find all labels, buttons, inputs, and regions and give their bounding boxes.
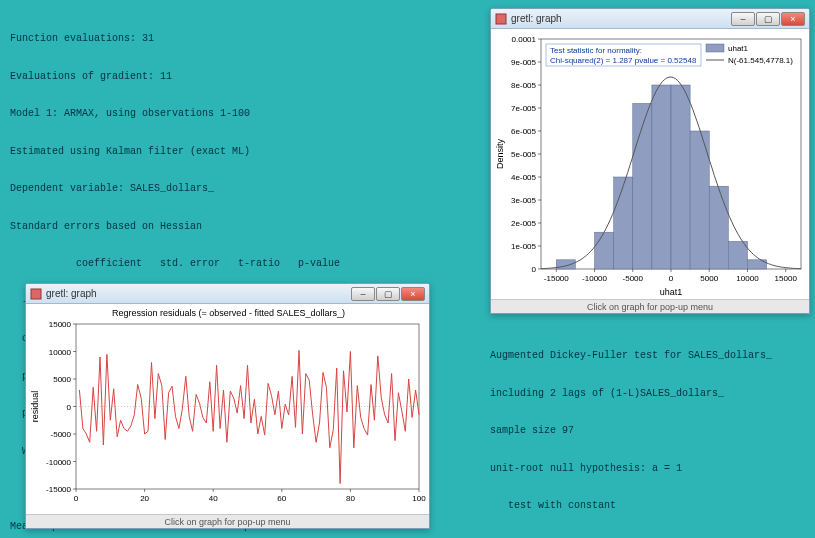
svg-text:3e-005: 3e-005	[511, 196, 536, 205]
svg-text:uhat1: uhat1	[660, 287, 683, 297]
svg-text:2e-005: 2e-005	[511, 219, 536, 228]
line: Function evaluations: 31	[10, 33, 480, 46]
svg-rect-79	[728, 241, 747, 269]
svg-text:-15000: -15000	[544, 274, 569, 283]
svg-text:0.0001: 0.0001	[512, 35, 537, 44]
svg-text:0: 0	[532, 265, 537, 274]
residuals-chart[interactable]: Regression residuals (= observed - fitte…	[26, 304, 429, 514]
svg-text:residual: residual	[30, 391, 40, 423]
window-title: gretl: graph	[46, 288, 350, 299]
adf-output: Augmented Dickey-Fuller test for SALES_d…	[490, 325, 810, 538]
titlebar[interactable]: gretl: graph – ▢ ×	[491, 9, 809, 29]
line: Standard errors based on Hessian	[10, 221, 480, 234]
line: Evaluations of gradient: 11	[10, 71, 480, 84]
svg-text:5e-005: 5e-005	[511, 150, 536, 159]
svg-rect-31	[496, 14, 506, 24]
svg-text:-5000: -5000	[51, 430, 72, 439]
svg-text:0: 0	[74, 494, 79, 503]
maximize-button[interactable]: ▢	[376, 287, 400, 301]
svg-text:Chi-squared(2) = 1.287 pvalue : Chi-squared(2) = 1.287 pvalue = 0.52548	[550, 56, 697, 65]
line: Model 1: ARMAX, using observations 1-100	[10, 108, 480, 121]
line: Dependent variable: SALES_dollars_	[10, 183, 480, 196]
svg-text:Regression residuals (= observ: Regression residuals (= observed - fitte…	[112, 308, 345, 318]
svg-text:60: 60	[277, 494, 286, 503]
window-title: gretl: graph	[511, 13, 730, 24]
svg-text:9e-005: 9e-005	[511, 58, 536, 67]
svg-text:6e-005: 6e-005	[511, 127, 536, 136]
line: test with constant	[490, 500, 810, 513]
svg-text:uhat1: uhat1	[728, 44, 749, 53]
svg-text:5000: 5000	[53, 375, 71, 384]
svg-rect-0	[31, 289, 41, 299]
histogram-graph-window[interactable]: gretl: graph – ▢ × 01e-0052e-0053e-0054e…	[490, 8, 810, 314]
line: Estimated using Kalman filter (exact ML)	[10, 146, 480, 159]
chart-footer: Click on graph for pop-up menu	[491, 299, 809, 313]
svg-text:80: 80	[346, 494, 355, 503]
residuals-graph-window[interactable]: gretl: graph – ▢ × Regression residuals …	[25, 283, 430, 529]
svg-rect-74	[633, 103, 652, 269]
svg-text:15000: 15000	[49, 320, 72, 329]
chart-footer: Click on graph for pop-up menu	[26, 514, 429, 528]
titlebar[interactable]: gretl: graph – ▢ ×	[26, 284, 429, 304]
svg-text:0: 0	[67, 403, 72, 412]
svg-text:8e-005: 8e-005	[511, 81, 536, 90]
svg-text:Test statistic for normality:: Test statistic for normality:	[550, 46, 642, 55]
svg-text:10000: 10000	[49, 348, 72, 357]
svg-text:-5000: -5000	[623, 274, 644, 283]
line: unit-root null hypothesis: a = 1	[490, 463, 810, 476]
columns-heading: coefficient std. error t-ratio p-value	[10, 258, 480, 271]
svg-text:10000: 10000	[736, 274, 759, 283]
svg-text:-15000: -15000	[46, 485, 71, 494]
svg-rect-81	[706, 44, 724, 52]
svg-text:N(-61.545,4778.1): N(-61.545,4778.1)	[728, 56, 793, 65]
minimize-button[interactable]: –	[731, 12, 755, 26]
svg-text:7e-005: 7e-005	[511, 104, 536, 113]
line: sample size 97	[490, 425, 810, 438]
minimize-button[interactable]: –	[351, 287, 375, 301]
close-button[interactable]: ×	[781, 12, 805, 26]
svg-text:15000: 15000	[775, 274, 798, 283]
close-button[interactable]: ×	[401, 287, 425, 301]
maximize-button[interactable]: ▢	[756, 12, 780, 26]
svg-rect-76	[671, 85, 690, 269]
svg-text:Density: Density	[495, 138, 505, 169]
svg-text:1e-005: 1e-005	[511, 242, 536, 251]
svg-text:-10000: -10000	[582, 274, 607, 283]
svg-text:5000: 5000	[700, 274, 718, 283]
histogram-chart[interactable]: 01e-0052e-0053e-0054e-0055e-0056e-0057e-…	[491, 29, 809, 299]
svg-text:20: 20	[140, 494, 149, 503]
line: Augmented Dickey-Fuller test for SALES_d…	[490, 350, 810, 363]
svg-rect-73	[614, 177, 633, 269]
svg-text:0: 0	[669, 274, 674, 283]
svg-text:-10000: -10000	[46, 458, 71, 467]
line: including 2 lags of (1-L)SALES_dollars_	[490, 388, 810, 401]
svg-rect-72	[595, 232, 614, 269]
svg-text:40: 40	[209, 494, 218, 503]
svg-rect-78	[709, 186, 728, 269]
app-icon	[30, 288, 42, 300]
svg-rect-75	[652, 85, 671, 269]
app-icon	[495, 13, 507, 25]
svg-text:100: 100	[412, 494, 426, 503]
svg-text:4e-005: 4e-005	[511, 173, 536, 182]
